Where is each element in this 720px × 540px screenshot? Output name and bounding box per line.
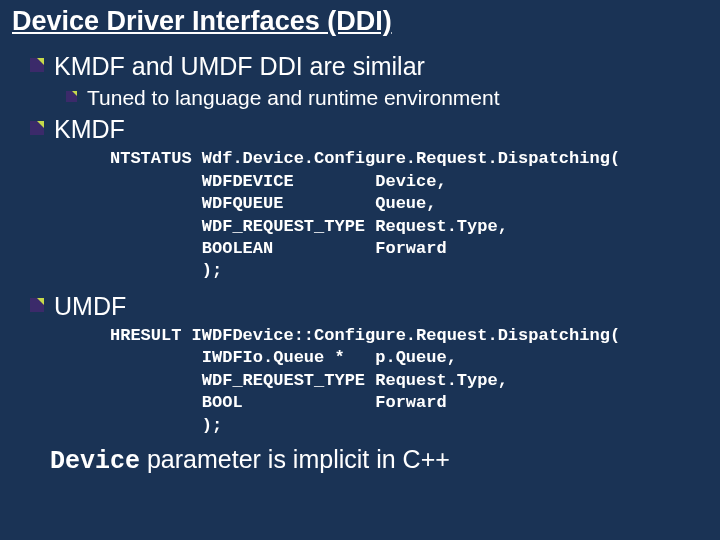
bullet-text: KMDF and UMDF DDI are similar (54, 51, 425, 81)
bullet-text: Tuned to language and runtime environmen… (87, 85, 500, 110)
bullet-level1: KMDF and UMDF DDI are similar (30, 51, 710, 81)
code-kmdf: NTSTATUS Wdf.Device.Configure.Request.Di… (110, 148, 710, 283)
bullet-text: KMDF (54, 114, 125, 144)
final-note: Device parameter is implicit in C++ (50, 445, 710, 476)
bullet-icon (30, 121, 44, 135)
bullet-icon (30, 298, 44, 312)
slide: Device Driver Interfaces (DDI) KMDF and … (0, 0, 720, 540)
bullet-level1: UMDF (30, 291, 710, 321)
bullet-icon (66, 91, 77, 102)
final-rest: parameter is implicit in C++ (140, 445, 450, 473)
bullet-text: UMDF (54, 291, 126, 321)
final-mono: Device (50, 447, 140, 476)
code-umdf: HRESULT IWDFDevice::Configure.Request.Di… (110, 325, 710, 437)
slide-title: Device Driver Interfaces (DDI) (12, 6, 710, 37)
bullet-level1: KMDF (30, 114, 710, 144)
bullet-icon (30, 58, 44, 72)
bullet-level2: Tuned to language and runtime environmen… (66, 85, 710, 110)
